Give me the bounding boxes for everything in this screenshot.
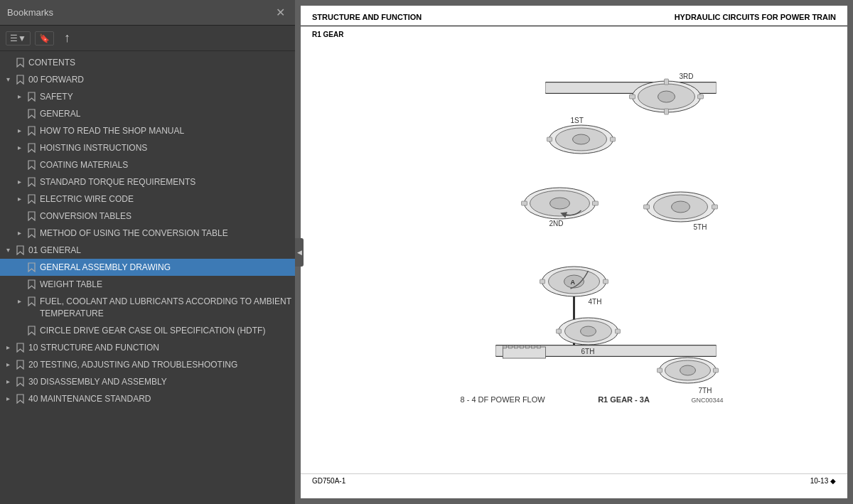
svg-text:GNC00344: GNC00344 <box>691 397 723 404</box>
bookmark-item[interactable]: WEIGHT TABLE <box>0 276 295 293</box>
bookmark-item[interactable]: GENERAL ASSEMBLY DRAWING <box>0 259 295 276</box>
expand-collapse-button[interactable]: ☰▼ <box>6 31 31 45</box>
bookmark-icon <box>26 295 37 308</box>
menu-icon: ☰▼ <box>10 33 26 43</box>
expand-arrow-icon[interactable]: ▾ <box>3 244 13 257</box>
svg-text:8 - 4 DF POWER FLOW: 8 - 4 DF POWER FLOW <box>461 395 546 404</box>
svg-rect-8 <box>665 79 669 85</box>
expand-arrow-icon[interactable] <box>14 278 24 291</box>
bookmark-icon <box>26 193 37 205</box>
bookmark-label: 10 STRUCTURE AND FUNCTION <box>28 341 292 354</box>
expand-arrow-icon[interactable]: ▸ <box>14 193 24 205</box>
svg-rect-59 <box>537 345 541 348</box>
bookmark-item[interactable]: CONTENTS <box>0 54 295 71</box>
svg-text:7TH: 7TH <box>699 387 712 395</box>
bookmark-icon <box>26 227 37 240</box>
svg-point-19 <box>550 198 570 209</box>
expand-arrow-icon[interactable]: ▸ <box>3 375 13 388</box>
svg-text:2ND: 2ND <box>549 220 564 227</box>
bookmark-icon <box>14 341 26 354</box>
bookmark-icon-toolbar: 🔖 <box>39 33 50 43</box>
expand-arrow-icon[interactable]: ▸ <box>14 227 24 240</box>
bookmark-label: HOW TO READ THE SHOP MANUAL <box>40 124 292 137</box>
expand-arrow-icon[interactable] <box>14 210 24 222</box>
svg-rect-53 <box>503 345 507 348</box>
expand-arrow-icon[interactable]: ▸ <box>14 124 24 137</box>
expand-arrow-icon[interactable] <box>3 56 13 69</box>
svg-point-42 <box>581 326 596 336</box>
expand-arrow-icon[interactable]: ▾ <box>3 73 13 86</box>
bookmark-item[interactable]: ▾00 FORWARD <box>0 71 295 88</box>
bookmark-item[interactable]: CONVERSION TABLES <box>0 208 295 225</box>
bookmark-label: ELECTRIC WIRE CODE <box>40 193 292 205</box>
bookmark-icon <box>14 358 26 371</box>
bookmark-label: HOISTING INSTRUCTIONS <box>40 141 292 154</box>
bookmark-item[interactable]: ▸40 MAINTENANCE STANDARD <box>0 390 295 407</box>
expand-arrow-icon[interactable] <box>14 261 24 274</box>
bookmark-icon <box>14 375 26 388</box>
bookmark-icon <box>14 73 26 86</box>
svg-text:3RD: 3RD <box>680 73 694 80</box>
document-panel: STRUCTURE AND FUNCTION HYDRAULIC CIRCUIT… <box>295 0 853 504</box>
svg-rect-21 <box>522 201 527 205</box>
expand-arrow-icon[interactable]: ▸ <box>14 141 24 154</box>
bookmark-icon <box>14 392 26 405</box>
bookmark-label: COATING MATERIALS <box>40 159 292 171</box>
gear-label: R1 GEAR <box>312 31 836 38</box>
bookmarks-list[interactable]: CONTENTS▾00 FORWARD▸SAFETYGENERAL▸HOW TO… <box>0 51 295 504</box>
collapse-panel-handle[interactable] <box>295 238 304 267</box>
bookmark-label: SAFETY <box>40 90 292 103</box>
expand-arrow-icon[interactable]: ▸ <box>3 358 13 371</box>
bookmark-item[interactable]: ▸SAFETY <box>0 88 295 105</box>
expand-arrow-icon[interactable]: ▸ <box>14 295 24 308</box>
bookmark-item[interactable]: ▾01 GENERAL <box>0 242 295 259</box>
svg-point-48 <box>680 365 696 375</box>
bookmark-icon <box>26 141 37 154</box>
bookmark-label: CONVERSION TABLES <box>40 210 292 222</box>
expand-arrow-icon[interactable]: ▸ <box>3 392 13 405</box>
bookmark-label: 01 GENERAL <box>28 244 292 257</box>
close-button[interactable]: ✕ <box>273 6 288 20</box>
bookmark-item[interactable]: COATING MATERIALS <box>0 156 295 173</box>
expand-arrow-icon[interactable] <box>14 159 24 171</box>
bookmark-item[interactable]: ▸ELECTRIC WIRE CODE <box>0 191 295 208</box>
gear-diagram-svg: 3RD 1ST <box>312 40 836 409</box>
bookmark-label: GENERAL ASSEMBLY DRAWING <box>40 261 292 274</box>
svg-rect-58 <box>532 345 535 348</box>
bookmark-item[interactable]: ▸HOISTING INSTRUCTIONS <box>0 139 295 156</box>
svg-text:1ST: 1ST <box>571 117 584 124</box>
bookmark-label: STANDARD TORQUE REQUIREMENTS <box>40 176 292 188</box>
bookmark-view-button[interactable]: 🔖 <box>35 31 54 45</box>
svg-rect-52 <box>503 347 546 358</box>
bookmarks-toolbar: ☰▼ 🔖 ↑ <box>0 26 295 51</box>
expand-arrow-icon[interactable] <box>14 107 24 120</box>
bookmark-label: GENERAL <box>40 107 292 120</box>
bookmarks-header: Bookmarks ✕ <box>0 0 295 26</box>
svg-rect-44 <box>557 329 562 333</box>
doc-footer: GD750A-1 10-13 ◆ <box>301 473 847 488</box>
bookmark-item[interactable]: GENERAL <box>0 105 295 122</box>
bookmark-label: 40 MAINTENANCE STANDARD <box>28 392 292 405</box>
svg-rect-6 <box>698 95 704 99</box>
bookmark-item[interactable]: ▸STANDARD TORQUE REQUIREMENTS <box>0 173 295 191</box>
expand-arrow-icon[interactable]: ▸ <box>3 341 13 354</box>
bookmark-item[interactable]: ▸HOW TO READ THE SHOP MANUAL <box>0 122 295 139</box>
svg-point-25 <box>672 201 690 213</box>
bookmark-item[interactable]: ▸METHOD OF USING THE CONVERSION TABLE <box>0 225 295 242</box>
bookmark-icon <box>14 56 26 69</box>
expand-arrow-icon[interactable] <box>14 324 24 337</box>
svg-rect-50 <box>658 368 662 372</box>
svg-rect-14 <box>611 137 616 141</box>
bookmark-label: CONTENTS <box>28 56 292 69</box>
bookmark-item[interactable]: ▸FUEL, COOLANT AND LUBRICANTS ACCORDING … <box>0 293 295 322</box>
bookmark-icon <box>26 324 37 337</box>
bookmark-item[interactable]: ▸20 TESTING, ADJUSTING AND TROUBLESHOOTI… <box>0 356 295 373</box>
doc-footer-page: 10-13 ◆ <box>810 477 836 485</box>
expand-arrow-icon[interactable]: ▸ <box>14 176 24 188</box>
bookmark-item[interactable]: CIRCLE DRIVE GEAR CASE OIL SPECIFICATION… <box>0 322 295 339</box>
svg-rect-7 <box>630 95 635 99</box>
bookmark-item[interactable]: ▸30 DISASSEMBLY AND ASSEMBLY <box>0 373 295 390</box>
bookmark-icon <box>14 244 26 257</box>
bookmark-item[interactable]: ▸10 STRUCTURE AND FUNCTION <box>0 339 295 356</box>
expand-arrow-icon[interactable]: ▸ <box>14 90 24 103</box>
